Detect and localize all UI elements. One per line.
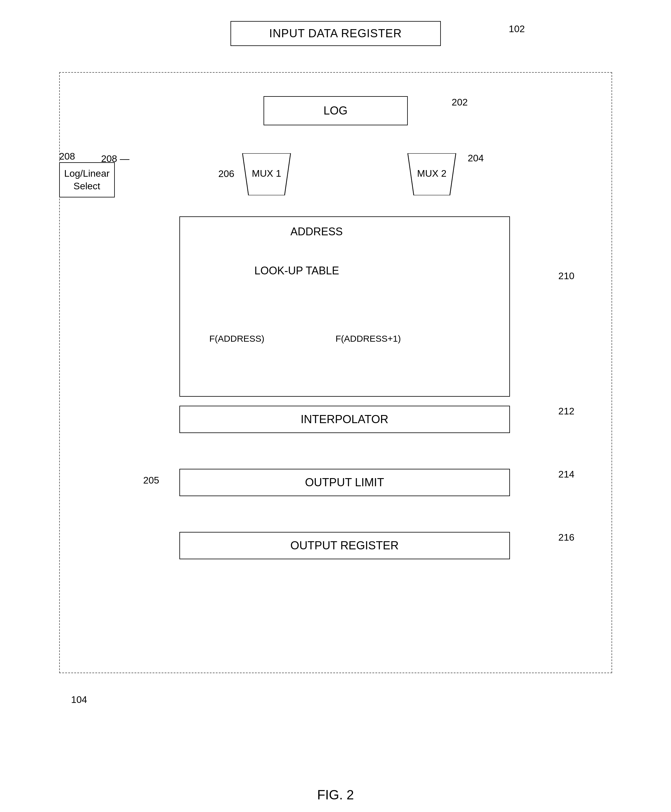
- ref-210: 210: [558, 271, 574, 282]
- svg-text:MUX 1: MUX 1: [252, 168, 281, 179]
- ref-214: 214: [558, 469, 574, 480]
- ref-208-arrow-label: 208 —: [101, 153, 129, 164]
- ref-104: 104: [71, 694, 87, 705]
- output-register-box: OUTPUT REGISTER: [179, 532, 510, 559]
- output-limit-label: OUTPUT LIMIT: [305, 476, 384, 489]
- output-register-label: OUTPUT REGISTER: [290, 539, 399, 552]
- mux1-container: MUX 1: [237, 153, 296, 197]
- mux1-shape: MUX 1: [237, 153, 296, 195]
- interpolator-box: INTERPOLATOR: [179, 406, 510, 433]
- log-linear-select-box: Log/LinearSelect: [59, 162, 115, 197]
- input-data-register-box: INPUT DATA REGISTER: [230, 21, 441, 46]
- ref-216: 216: [558, 532, 574, 543]
- ref-102: 102: [509, 24, 525, 34]
- mux2-container: MUX 2: [402, 153, 462, 197]
- ref-205: 205: [143, 475, 159, 486]
- mux2-shape: MUX 2: [402, 153, 462, 195]
- svg-text:MUX 2: MUX 2: [417, 168, 446, 179]
- interpolator-label: INTERPOLATOR: [300, 413, 388, 426]
- ref-206: 206: [218, 168, 234, 179]
- lut-address-label: ADDRESS: [291, 225, 343, 238]
- output-limit-box: OUTPUT LIMIT: [179, 469, 510, 496]
- lut-box: [179, 216, 510, 397]
- ref-204: 204: [468, 153, 484, 164]
- lut-main-label: LOOK-UP TABLE: [254, 264, 339, 277]
- ref-208: 208: [59, 151, 75, 162]
- input-data-register-label: INPUT DATA REGISTER: [269, 27, 402, 40]
- lut-faddr1-label: F(ADDRESS+1): [336, 334, 401, 344]
- fig-caption: FIG. 2: [317, 787, 354, 802]
- log-linear-label: Log/LinearSelect: [64, 168, 109, 191]
- log-label: LOG: [324, 104, 347, 117]
- ref-212: 212: [558, 406, 574, 417]
- lut-faddr-label: F(ADDRESS): [209, 334, 264, 344]
- ref-202: 202: [451, 97, 468, 108]
- log-box: LOG: [264, 96, 408, 125]
